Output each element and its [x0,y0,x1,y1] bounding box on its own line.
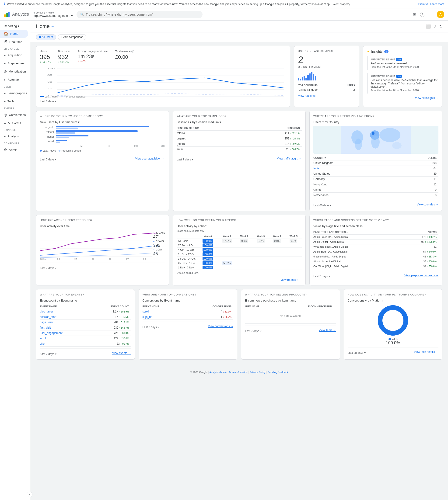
view-all-insights-link[interactable]: View all insights → [367,96,438,100]
cohort-table: Week 0 Week 1 Week 2 Week 3 Week 4 Week … [177,234,302,270]
sidebar-item-conversions[interactable]: ◎ Conversions [0,111,28,119]
sidebar-item-home[interactable]: 🏠 Home [0,30,28,38]
geo-row: United States 39 [313,171,438,176]
new-users-metric: New users 932 ↑ 565.7% [58,50,70,63]
events-card-subtitle: Event count by Event name [40,299,131,302]
products-card: WHAT ARE YOUR TOP SELLING PRODUCTS? E-co… [241,289,340,359]
acquisition-bar-chart: organic referral [40,126,165,143]
terms-link[interactable]: Terms of service [229,371,248,374]
reporting-chevron-icon: ▾ [18,24,19,28]
dashboard: Users 395 ↑ 348.9% New users 932 ↑ 565.7… [30,42,448,367]
reporting-dropdown[interactable]: Reporting ▾ [0,22,30,30]
metrics-date-range[interactable]: Last 7 days ▾ [40,100,286,103]
privacy-link[interactable]: Privacy Policy [250,371,266,374]
geo-section-title: WHERE ARE YOUR USERS VISITING FROM? [313,115,438,118]
active-users-section-title: HOW ARE ACTIVE USERS TRENDING? [40,219,165,221]
view-retention-link[interactable]: View retention → [280,278,302,281]
avatar: A [437,11,444,18]
sidebar-item-all-events[interactable]: ≡ All events [0,119,28,127]
active-users-date-range[interactable]: Last 7 days ▾ [40,266,56,270]
sidebar-item-engagement[interactable]: ▸ Engagement [0,59,30,67]
sidebar-item-realtime[interactable]: ⏱ Real-time [0,38,28,46]
campaigns-section-title: WHAT ARE YOUR TOP CAMPAIGNS? [177,115,302,118]
view-tech-link[interactable]: View tech details → [414,350,438,354]
add-comparison-button[interactable]: + Add comparison [58,34,86,40]
svg-text:08: 08 [249,97,254,98]
search-bar[interactable]: 🔍 [77,11,203,18]
insight-item-1: AUTOMATED INSIGHT New Performance week-o… [367,56,438,70]
tech-footer: Last 28 days ▾ View tech details → [348,347,439,355]
sidebar-collapse-button[interactable]: ‹ [27,492,32,497]
export-icon[interactable]: ↗ [433,24,437,29]
svg-text:100: 100 [47,67,55,69]
campaign-row: (none) 214 ↑ 692.6% [177,141,302,147]
insights-badge: 2 [384,50,388,53]
view-acquisition-link[interactable]: View user acquisition → [135,157,165,160]
sidebar-item-acquisition[interactable]: ▸ Acquisition [0,51,30,59]
view-items-link[interactable]: View items → [319,328,336,332]
sidebar-item-admin[interactable]: ⚙ Admin [0,146,28,154]
trend-labels: ● 30 DAYS 471 ● 7 DAYS 395 ● 1 D [153,232,165,256]
active-users-chart-area: 471 395 45 02 Nov 03 04 05 06 07 08 [40,230,165,261]
view-events-link[interactable]: View events → [112,351,131,355]
learn-more-link[interactable]: Learn more [430,2,444,6]
lifecycle-section: LIFE CYCLE [0,46,30,51]
campaign-row: referral 411 ↑ 621.1% [177,131,302,136]
sidebar-item-demographics[interactable]: ▸ Demographics [0,89,30,97]
announce-actions: Dismiss Learn more [418,2,444,6]
page-edit-icon[interactable]: ✏ [51,25,54,28]
realtime-countries-table: TOP COUNTRIES USERS United Kingdom 2 [298,83,355,92]
all-users-filter[interactable]: All Users [36,34,56,40]
property-selector[interactable]: All accounts > Adido https://www.adido-d… [33,11,73,17]
svg-rect-2 [8,12,10,17]
conversions-date-range[interactable]: Last 7 days ▾ [143,326,159,329]
retention-card: HOW WELL DO YOU RETAIN YOUR USERS? User … [173,215,306,285]
sidebar-label-home: Home [10,32,18,35]
events-date-range[interactable]: Last 7 days ▾ [40,352,56,356]
geo-date-range[interactable]: Last 60 days ▾ [313,204,331,207]
svg-text:06: 06 [185,97,190,98]
grid-icon[interactable]: ⊞ [413,12,416,17]
revenue-info-icon[interactable]: ⓘ [131,50,134,53]
views-row: What role does... Adido Digital 81 [313,244,438,249]
cohort-row: All Users100.0%14.3%0.0%0.0%0.0%0.0% [177,239,302,243]
feedback-link[interactable]: Sending feedback [268,371,288,374]
view-geo-link[interactable]: View countries → [417,203,438,206]
add-comparison-label: + Add comparison [61,35,83,39]
event-row: blog_timer 1.1K ↑ 352.9% [40,309,131,314]
metrics-header: Users 395 ↑ 348.9% New users 932 ↑ 565.7… [40,50,286,63]
acquisition-date-range[interactable]: Last 7 days ▾ [40,158,56,161]
filters-bar: All Users + Add comparison [30,32,448,42]
view-campaigns-link[interactable]: View traffic acq... → [277,157,302,160]
sidebar-item-monetisation[interactable]: ⊙ Monetisation [0,67,30,76]
sidebar-item-tech[interactable]: ▸ Tech [0,97,30,105]
svg-text:05: 05 [153,97,158,98]
insight-desc-2: From the 1st to the 7th of November, 202… [370,89,438,92]
share-icon[interactable]: ⬜ [426,24,431,29]
products-section-title: WHAT ARE YOUR TOP SELLING PRODUCTS? [245,293,336,296]
insights-star-icon: ✦ [367,50,369,53]
sidebar-item-analysis[interactable]: ▸ Analysis [0,132,30,141]
search-input[interactable] [86,13,199,16]
view-realtime-link[interactable]: View real time → [298,94,355,97]
settings-icon[interactable]: ↻ [439,24,442,29]
products-date-range[interactable]: Last 7 days ▾ [245,329,262,333]
donut-value: 100.0% [386,341,400,345]
view-conversions-link[interactable]: View conversions → [208,325,234,328]
all-events-icon: ≡ [4,121,6,125]
monetisation-icon: ⊙ [4,69,7,74]
svg-rect-1 [6,13,8,17]
view-pages-link[interactable]: View pages and screens → [404,274,438,277]
dismiss-link[interactable]: Dismiss [418,2,428,6]
analytics-home-link[interactable]: Analytics home [209,371,227,374]
tech-date-range[interactable]: Last 28 days ▾ [348,351,366,355]
more-icon[interactable]: ⋮ [429,12,433,17]
sidebar-item-retention[interactable]: ▸ Retention [0,76,30,84]
geo-row: India 64 [313,166,438,171]
cohort-row: 4 Oct - 10 Oct100.0% [177,248,302,252]
help-icon[interactable]: ? [420,12,425,17]
svg-text:02 Nov: 02 Nov [57,97,71,98]
campaigns-date-range[interactable]: Last 7 days ▾ [177,158,193,161]
views-date-range[interactable]: Last 7 days ▾ [313,275,330,278]
all-users-dot [39,36,41,38]
